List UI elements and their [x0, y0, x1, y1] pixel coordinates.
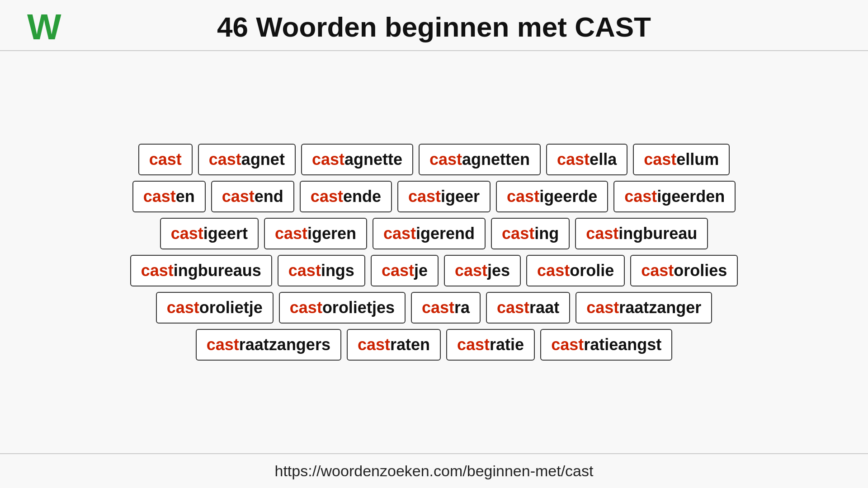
word-suffix: igeren	[307, 224, 356, 243]
word-box: castorolies	[630, 255, 738, 286]
word-box: castingbureau	[575, 218, 708, 249]
word-suffix: ellum	[676, 150, 719, 169]
word-box: castigeerden	[613, 181, 736, 212]
word-row-1: castencastendcastendecastigeercastigeerd…	[132, 181, 736, 212]
word-prefix: cast	[502, 224, 534, 243]
word-suffix: raatzangers	[239, 335, 330, 354]
word-prefix: cast	[167, 298, 199, 317]
word-suffix: agnet	[241, 150, 285, 169]
word-box: castraatzanger	[576, 292, 712, 324]
word-box: castigerend	[373, 218, 486, 249]
word-suffix: ratieangst	[584, 335, 661, 354]
word-box: cast	[138, 144, 193, 175]
word-suffix: igerend	[416, 224, 475, 243]
word-prefix: cast	[207, 335, 239, 354]
word-suffix: orolietjes	[322, 298, 395, 317]
word-suffix: ing	[534, 224, 559, 243]
word-prefix: cast	[644, 150, 676, 169]
word-row-2: castigeertcastigerencastigerendcastingca…	[160, 218, 708, 249]
word-suffix: jes	[487, 261, 510, 280]
word-suffix: end	[255, 187, 283, 206]
page-header: W 46 Woorden beginnen met CAST	[0, 0, 868, 51]
word-row-5: castraatzangerscastratencastratiecastrat…	[196, 329, 673, 361]
word-box: castorolietje	[156, 292, 274, 324]
word-box: castend	[211, 181, 294, 212]
word-prefix: cast	[209, 150, 241, 169]
word-prefix: cast	[143, 187, 176, 206]
word-suffix: ende	[343, 187, 381, 206]
word-suffix: igeerden	[657, 187, 725, 206]
word-prefix: cast	[586, 224, 618, 243]
word-box: castraten	[347, 329, 441, 361]
word-suffix: ratie	[490, 335, 524, 354]
word-box: castorolietjes	[279, 292, 406, 324]
word-prefix: cast	[641, 261, 674, 280]
word-box: castje	[371, 255, 439, 286]
word-prefix: cast	[290, 298, 322, 317]
word-box: castigeer	[397, 181, 491, 212]
word-prefix: cast	[429, 150, 462, 169]
word-suffix: igeert	[203, 224, 248, 243]
word-box: castella	[546, 144, 627, 175]
word-box: castra	[411, 292, 481, 324]
word-prefix: cast	[358, 335, 390, 354]
word-box: castings	[278, 255, 365, 286]
footer-url: https://woordenzoeken.com/beginnen-met/c…	[0, 453, 868, 488]
word-suffix: raten	[390, 335, 430, 354]
word-prefix: cast	[557, 150, 590, 169]
word-suffix: raatzanger	[619, 298, 701, 317]
word-prefix: cast	[312, 150, 344, 169]
word-prefix: cast	[624, 187, 657, 206]
word-row-0: castcastagnetcastagnettecastagnettencast…	[138, 144, 730, 175]
word-prefix: cast	[382, 261, 414, 280]
word-suffix: orolie	[570, 261, 614, 280]
word-suffix: ra	[454, 298, 470, 317]
word-box: castraat	[486, 292, 570, 324]
logo: W	[27, 9, 61, 45]
word-box: castigeerde	[496, 181, 608, 212]
word-prefix: cast	[408, 187, 441, 206]
word-prefix: cast	[222, 187, 255, 206]
word-prefix: cast	[422, 298, 454, 317]
word-box: castjes	[444, 255, 521, 286]
word-box: castagnette	[301, 144, 413, 175]
word-box: castratie	[446, 329, 535, 361]
word-suffix: igeer	[441, 187, 480, 206]
word-suffix: raat	[529, 298, 559, 317]
word-prefix: cast	[537, 261, 570, 280]
word-box: castagnetten	[419, 144, 541, 175]
word-prefix: cast	[275, 224, 307, 243]
word-box: castorolie	[526, 255, 625, 286]
word-suffix: ingbureau	[618, 224, 697, 243]
page-title: 46 Woorden beginnen met CAST	[217, 11, 651, 43]
word-suffix: agnetten	[462, 150, 530, 169]
word-prefix: cast	[383, 224, 416, 243]
word-suffix: ings	[321, 261, 354, 280]
word-box: casten	[132, 181, 206, 212]
word-box: castratieangst	[540, 329, 672, 361]
word-box: castingbureaus	[130, 255, 272, 286]
words-container: castcastagnetcastagnettecastagnettencast…	[0, 51, 868, 453]
word-row-4: castorolietjecastorolietjescastracastraa…	[156, 292, 712, 324]
word-box: castagnet	[198, 144, 296, 175]
word-prefix: cast	[311, 187, 343, 206]
word-prefix: cast	[507, 187, 539, 206]
word-prefix: cast	[171, 224, 203, 243]
word-suffix: je	[414, 261, 428, 280]
word-row-3: castingbureauscastingscastjecastjescasto…	[130, 255, 738, 286]
word-suffix: orolietje	[199, 298, 263, 317]
word-prefix: cast	[457, 335, 490, 354]
word-prefix: cast	[455, 261, 487, 280]
word-suffix: agnette	[344, 150, 402, 169]
word-prefix: cast	[586, 298, 619, 317]
word-suffix: igeerde	[539, 187, 597, 206]
word-box: castigeert	[160, 218, 259, 249]
word-suffix: ella	[590, 150, 617, 169]
word-prefix: cast	[149, 150, 182, 169]
word-box: castende	[300, 181, 392, 212]
word-prefix: cast	[497, 298, 529, 317]
word-suffix: ingbureaus	[174, 261, 261, 280]
word-box: castigeren	[264, 218, 367, 249]
word-box: castellum	[633, 144, 730, 175]
word-box: castraatzangers	[196, 329, 341, 361]
